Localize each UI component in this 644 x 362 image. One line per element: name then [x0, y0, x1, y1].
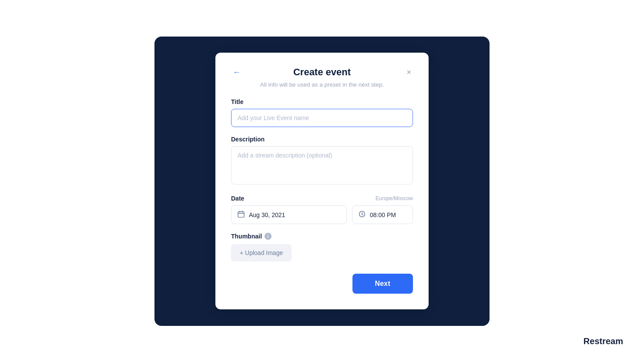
time-value: 08:00 PM: [370, 211, 396, 218]
back-button[interactable]: ←: [231, 66, 242, 79]
date-time-row: Aug 30, 2021 08:00 PM: [231, 205, 413, 224]
thumbnail-label-row: Thumbnail i: [231, 233, 413, 240]
date-label: Date: [231, 195, 244, 202]
thumbnail-group: Thumbnail i + Upload Image: [231, 233, 413, 261]
modal-title: Create event: [293, 67, 351, 78]
modal-subtitle: All info will be used as a preset in the…: [231, 81, 413, 88]
calendar-icon: [238, 211, 245, 219]
svg-rect-0: [238, 212, 244, 218]
description-textarea[interactable]: [231, 146, 413, 184]
modal-dialog: ← Create event × All info will be used a…: [215, 53, 429, 309]
title-input[interactable]: [231, 109, 413, 127]
clock-icon: [359, 211, 366, 219]
date-picker-group: Aug 30, 2021: [231, 205, 347, 224]
description-label: Description: [231, 136, 413, 143]
thumbnail-label: Thumbnail: [231, 233, 262, 240]
info-icon[interactable]: i: [265, 233, 272, 240]
upload-image-button[interactable]: + Upload Image: [231, 244, 292, 261]
modal-footer: Next: [231, 274, 413, 294]
next-button[interactable]: Next: [352, 274, 413, 294]
close-button[interactable]: ×: [405, 66, 413, 79]
description-group: Description: [231, 136, 413, 186]
time-picker[interactable]: 08:00 PM: [352, 205, 413, 224]
title-label: Title: [231, 98, 413, 105]
brand-label: Restream: [584, 336, 623, 346]
date-label-row: Date Europe/Moscow: [231, 195, 413, 202]
date-picker[interactable]: Aug 30, 2021: [231, 205, 347, 224]
background-panel: ← Create event × All info will be used a…: [154, 37, 490, 326]
timezone-label: Europe/Moscow: [376, 195, 413, 201]
title-group: Title: [231, 98, 413, 127]
modal-header: ← Create event ×: [231, 67, 413, 78]
date-group: Date Europe/Moscow Aug: [231, 195, 413, 224]
date-value: Aug 30, 2021: [249, 211, 285, 218]
time-picker-group: 08:00 PM: [352, 205, 413, 224]
